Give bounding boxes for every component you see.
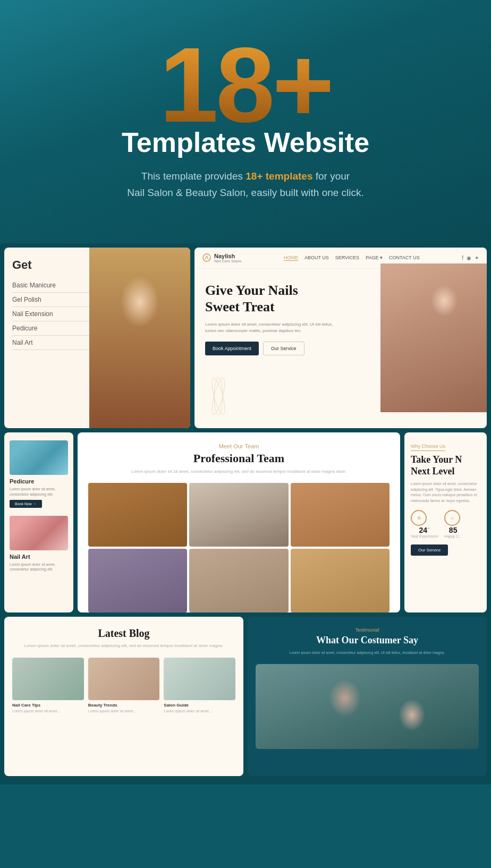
- service-name: Nail Art: [12, 339, 33, 346]
- nav-contact[interactable]: CONTACT US: [389, 255, 420, 261]
- service-name: Pedicure: [12, 325, 37, 332]
- naylish-hero-title: Give Your NailsSweet Treat: [205, 282, 345, 315]
- service-nailart: Nail Art Lorem ipsum dolor sit amet, con…: [10, 516, 68, 573]
- testimonial-desc: Lorem ipsum dolor sit amet, consectetur …: [256, 650, 479, 656]
- testimonial-label: Testimonial: [256, 627, 479, 633]
- experience-label: Year Experience: [411, 534, 438, 538]
- template-pricelist: Get Basic Manicure $12.00 Gel Polish $12…: [4, 248, 190, 428]
- blog-text-1: Lorem ipsum dolor sit amet...: [12, 709, 84, 713]
- team-member-3: [291, 483, 390, 547]
- happy-label: Happy C...: [444, 534, 462, 538]
- our-service-why-button[interactable]: Our Service: [411, 544, 448, 556]
- team-label: Meet Our Team: [88, 443, 390, 449]
- team-title: Professional Team: [88, 452, 390, 465]
- nailart-text: Lorem ipsum dolor sit amet, consectetur …: [10, 562, 68, 573]
- service-name: Nail Extension: [12, 310, 53, 318]
- naylish-brand-sub: Nail Care Salon: [214, 259, 241, 263]
- team-member-6: [291, 549, 390, 612]
- team-header: Meet Our Team Professional Team Lorem ip…: [88, 443, 390, 475]
- nailart-image: [10, 516, 68, 550]
- hero-title: Templates Website: [21, 127, 470, 158]
- stat-happy: ☺ 85 Happy C...: [444, 510, 462, 538]
- bottom-gap: [0, 780, 491, 785]
- testimonial-title: What Our Costumer Say: [256, 635, 479, 646]
- floral-decoration: [202, 375, 234, 418]
- book-appointment-button[interactable]: Book Appointment: [205, 342, 259, 355]
- testimonial-image: [256, 664, 479, 749]
- instagram-icon[interactable]: ◉: [467, 255, 471, 261]
- stat-experience: ⚙ 24+ Year Experience: [411, 510, 438, 538]
- template-services: Pedicure Lorem ipsum dolor sit amet, con…: [4, 432, 73, 612]
- template-naylish: Naylish Nail Care Salon HOME ABOUT US SE…: [194, 248, 487, 428]
- template-why-choose-us: Why Choose Us Take Your NNext Level Lore…: [404, 432, 487, 612]
- twitter-icon[interactable]: ✦: [475, 255, 479, 261]
- blog-title-3: Salon Guide: [164, 703, 235, 708]
- blog-post-1: Nail Care Tips Lorem ipsum dolor sit ame…: [12, 658, 84, 713]
- experience-icon: ⚙: [411, 510, 427, 526]
- pedicure-text: Lorem ipsum dolor sit amet, consectetur …: [10, 487, 68, 497]
- hero-number: 18+: [21, 32, 470, 138]
- naylish-nav: HOME ABOUT US SERVICES PAGE ▾ CONTACT US: [284, 255, 420, 261]
- template-team: Meet Our Team Professional Team Lorem ip…: [78, 432, 400, 612]
- blog-post-3: Salon Guide Lorem ipsum dolor sit amet..…: [164, 658, 235, 713]
- blog-desc: Lorem ipsum dolor sit amet, consectetur …: [12, 643, 235, 649]
- facebook-icon[interactable]: f: [462, 255, 463, 261]
- naylish-brand-name: Naylish: [214, 253, 241, 259]
- why-label: Why Choose Us: [411, 444, 445, 451]
- happy-number: 85: [444, 526, 462, 534]
- pricelist-woman-image: [89, 248, 190, 428]
- naylish-logo: Naylish Nail Care Salon: [202, 253, 241, 263]
- templates-section: Get Basic Manicure $12.00 Gel Polish $12…: [0, 243, 491, 785]
- team-desc: Lorem ipsum dolor sit 18 amet, consectet…: [88, 469, 390, 475]
- naylish-social: f ◉ ✦: [462, 255, 479, 261]
- nav-page[interactable]: PAGE ▾: [366, 255, 383, 261]
- our-service-button[interactable]: Our Service: [263, 342, 304, 355]
- team-member-5: [189, 549, 288, 612]
- blog-text-2: Lorem ipsum dolor sit amet...: [88, 709, 160, 713]
- nav-services[interactable]: SERVICES: [335, 255, 359, 261]
- templates-row-3: Latest Blog Lorem ipsum dolor sit amet, …: [0, 615, 491, 780]
- pedicure-image: [10, 440, 68, 475]
- naylish-logo-icon: [202, 253, 211, 262]
- pedicure-book-button[interactable]: Book Now →: [10, 500, 42, 508]
- happy-icon: ☺: [444, 510, 460, 526]
- blog-title: Latest Blog: [12, 627, 235, 640]
- blog-post-2: Beauty Trends Lorem ipsum dolor sit amet…: [88, 658, 160, 713]
- template-testimonial: Testimonial What Our Costumer Say Lorem …: [248, 617, 487, 776]
- nailart-title: Nail Art: [10, 554, 68, 560]
- naylish-hero-text: Lorem ipsum dolor sit amet, consectetur …: [205, 321, 345, 334]
- experience-number: 24+: [411, 526, 438, 534]
- pedicure-title: Pedicure: [10, 478, 68, 484]
- hero-section: 18+ Templates Website This template prov…: [0, 0, 491, 243]
- team-member-4: [88, 549, 187, 612]
- team-member-2: [189, 483, 288, 547]
- templates-row-2: Pedicure Lorem ipsum dolor sit amet, con…: [0, 430, 491, 615]
- team-member-1: [88, 483, 187, 547]
- service-pedicure: Pedicure Lorem ipsum dolor sit amet, con…: [10, 440, 68, 508]
- blog-grid: Nail Care Tips Lorem ipsum dolor sit ame…: [12, 658, 235, 713]
- team-grid: [88, 483, 390, 612]
- service-name: Gel Polish: [12, 296, 41, 303]
- naylish-hero-image: [380, 263, 487, 412]
- hero-desc-highlight: 18+ templates: [246, 171, 312, 182]
- blog-title-1: Nail Care Tips: [12, 703, 84, 708]
- nav-home[interactable]: HOME: [284, 255, 298, 261]
- hero-desc-plain: This template provides: [141, 171, 246, 182]
- naylish-cta-buttons: Book Appointment Our Service: [205, 342, 345, 355]
- why-text: Lorem ipsum dolor sit amet, consectetur …: [411, 481, 480, 504]
- hero-description: This template provides 18+ templates for…: [107, 168, 384, 201]
- nav-about[interactable]: ABOUT US: [304, 255, 329, 261]
- blog-image-3: [164, 658, 235, 700]
- blog-image-2: [88, 658, 160, 700]
- blog-title-2: Beauty Trends: [88, 703, 160, 708]
- template-blog: Latest Blog Lorem ipsum dolor sit amet, …: [4, 617, 243, 776]
- svg-point-0: [203, 254, 210, 261]
- templates-row-1: Get Basic Manicure $12.00 Gel Polish $12…: [0, 243, 491, 430]
- why-title: Take Your NNext Level: [411, 454, 480, 477]
- naylish-hero-content: Give Your NailsSweet Treat Lorem ipsum d…: [194, 269, 355, 369]
- blog-text-3: Lorem ipsum dolor sit amet...: [164, 709, 235, 713]
- blog-image-1: [12, 658, 84, 700]
- why-stats: ⚙ 24+ Year Experience ☺ 85 Happy C...: [411, 510, 480, 538]
- service-name: Basic Manicure: [12, 282, 56, 289]
